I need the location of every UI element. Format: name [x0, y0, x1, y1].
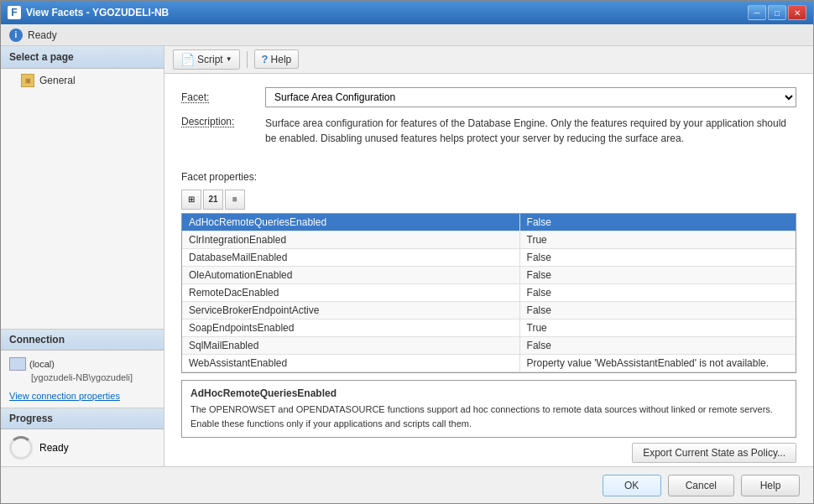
- table-row[interactable]: OleAutomationEnabledFalse: [182, 266, 796, 283]
- value-cell: True: [519, 319, 796, 336]
- sidebar-header: Select a page: [1, 46, 164, 69]
- desc-title: AdHocRemoteQueriesEnabled: [190, 387, 787, 399]
- table-row[interactable]: ServiceBrokerEndpointActiveFalse: [182, 301, 796, 319]
- value-cell: False: [519, 301, 796, 319]
- progress-section: Progress Ready: [1, 408, 164, 466]
- main-content: Select a page ⊞ General Connection (loca…: [1, 46, 813, 466]
- general-icon: ⊞: [21, 74, 34, 87]
- value-cell: False: [519, 266, 796, 283]
- right-panel: 📄 Script ▼ ? Help Facet: Surface Area Co…: [164, 46, 813, 466]
- table-row[interactable]: SqlMailEnabledFalse: [182, 336, 796, 354]
- table-row[interactable]: SoapEndpointsEnabledTrue: [182, 319, 796, 336]
- property-cell: XPCmdShellEnabled: [182, 372, 519, 373]
- connection-section: Connection (local) [ygozudeli-NB\ygozude…: [1, 329, 164, 408]
- view-connection-properties-link[interactable]: View connection properties: [1, 389, 164, 408]
- property-cell: ServiceBrokerEndpointActive: [182, 301, 519, 319]
- facet-row: Facet: Surface Area Configuration: [181, 87, 796, 107]
- progress-content: Ready: [1, 429, 164, 466]
- table-row[interactable]: WebAssistantEnabledProperty value 'WebAs…: [182, 354, 796, 372]
- minimize-button[interactable]: ─: [748, 5, 766, 20]
- script-button[interactable]: 📄 Script ▼: [173, 49, 240, 70]
- title-bar: F View Facets - YGOZUDELI-NB ─ □ ✕: [1, 1, 813, 24]
- help-label: Help: [271, 54, 292, 65]
- server-name: (local): [29, 359, 55, 369]
- facet-label: Facet:: [181, 91, 265, 103]
- title-bar-buttons: ─ □ ✕: [748, 5, 806, 20]
- property-cell: OleAutomationEnabled: [182, 266, 519, 283]
- connection-icon: [9, 357, 26, 371]
- sidebar: Select a page ⊞ General Connection (loca…: [1, 46, 164, 466]
- value-cell: False: [519, 372, 796, 373]
- close-button[interactable]: ✕: [788, 5, 806, 20]
- title-bar-left: F View Facets - YGOZUDELI-NB: [8, 6, 169, 19]
- facet-tool-list-btn[interactable]: ≡: [225, 190, 245, 210]
- value-cell: False: [519, 214, 796, 231]
- property-cell: RemoteDacEnabled: [182, 283, 519, 301]
- table-row[interactable]: ClrIntegrationEnabledTrue: [182, 231, 796, 248]
- info-icon: i: [9, 29, 23, 42]
- export-button[interactable]: Export Current State as Policy...: [632, 443, 796, 463]
- description-label: Description:: [181, 116, 265, 127]
- main-window: F View Facets - YGOZUDELI-NB ─ □ ✕ i Rea…: [0, 0, 814, 504]
- property-cell: SqlMailEnabled: [182, 336, 519, 354]
- help-icon: ?: [262, 53, 269, 65]
- footer: OK Cancel Help: [1, 466, 813, 503]
- table-row[interactable]: RemoteDacEnabledFalse: [182, 283, 796, 301]
- property-cell: DatabaseMailEnabled: [182, 248, 519, 266]
- facet-control: Surface Area Configuration: [265, 87, 796, 107]
- toolbar: 📄 Script ▼ ? Help: [164, 46, 813, 74]
- facet-table: AdHocRemoteQueriesEnabledFalseClrIntegra…: [182, 214, 796, 373]
- desc-body: The OPENROWSET and OPENDATASOURCE functi…: [190, 403, 787, 430]
- info-bar: i Ready: [1, 24, 813, 46]
- facet-table-wrapper: AdHocRemoteQueriesEnabledFalseClrIntegra…: [181, 213, 796, 373]
- facet-select[interactable]: Surface Area Configuration: [265, 87, 796, 107]
- facet-tool-grid-btn[interactable]: ⊞: [181, 190, 201, 210]
- description-box: AdHocRemoteQueriesEnabled The OPENROWSET…: [181, 380, 796, 438]
- table-row[interactable]: AdHocRemoteQueriesEnabledFalse: [182, 214, 796, 231]
- table-row[interactable]: DatabaseMailEnabledFalse: [182, 248, 796, 266]
- connection-info: (local) [ygozudeli-NB\ygozudeli]: [1, 351, 164, 389]
- help-button[interactable]: ? Help: [254, 49, 300, 69]
- window-title: View Facets - YGOZUDELI-NB: [26, 7, 169, 18]
- script-dropdown-icon: ▼: [226, 55, 232, 63]
- property-cell: ClrIntegrationEnabled: [182, 231, 519, 248]
- table-row[interactable]: XPCmdShellEnabledFalse: [182, 372, 796, 373]
- description-row: Description: Surface area configuration …: [181, 116, 796, 146]
- property-cell: SoapEndpointsEnabled: [182, 319, 519, 336]
- status-text: Ready: [28, 29, 57, 41]
- maximize-button[interactable]: □: [768, 5, 786, 20]
- facet-properties-label: Facet properties:: [164, 171, 813, 183]
- script-icon: 📄: [180, 53, 195, 66]
- progress-status: Ready: [39, 442, 69, 454]
- facet-toolbar: ⊞ 21 ≡: [164, 186, 813, 213]
- value-cell: True: [519, 231, 796, 248]
- connection-user: [ygozudeli-NB\ygozudeli]: [9, 372, 155, 382]
- toolbar-separator: [247, 51, 248, 68]
- general-label: General: [39, 75, 76, 86]
- help-footer-button[interactable]: Help: [741, 475, 800, 496]
- connection-header: Connection: [1, 330, 164, 351]
- description-text: Surface area configuration for features …: [265, 116, 796, 146]
- property-cell: WebAssistantEnabled: [182, 354, 519, 372]
- progress-spinner: [9, 436, 33, 460]
- export-area: Export Current State as Policy...: [164, 438, 813, 466]
- property-cell: AdHocRemoteQueriesEnabled: [182, 214, 519, 231]
- script-label: Script: [197, 54, 223, 65]
- facet-tool-sort-btn[interactable]: 21: [203, 190, 223, 210]
- value-cell: Property value 'WebAssistantEnabled' is …: [519, 354, 796, 372]
- sidebar-item-general[interactable]: ⊞ General: [1, 69, 164, 92]
- window-icon: F: [8, 6, 21, 19]
- cancel-button[interactable]: Cancel: [668, 475, 734, 496]
- value-cell: False: [519, 283, 796, 301]
- ok-button[interactable]: OK: [603, 475, 661, 496]
- progress-header: Progress: [1, 408, 164, 429]
- value-cell: False: [519, 248, 796, 266]
- value-cell: False: [519, 336, 796, 354]
- form-area: Facet: Surface Area Configuration Descri…: [164, 74, 813, 168]
